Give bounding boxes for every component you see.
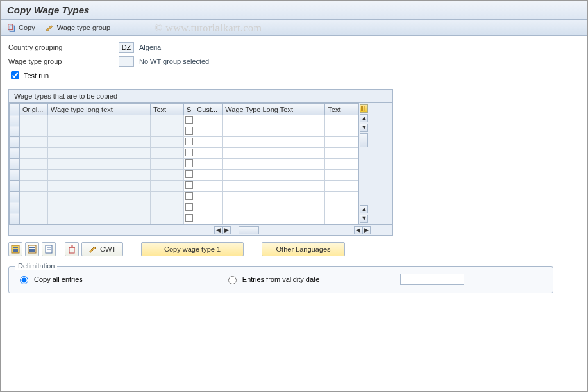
scroll-thumb[interactable] (360, 133, 368, 147)
configure-columns-icon[interactable] (360, 104, 368, 113)
cell-text-2[interactable] (325, 181, 358, 192)
scroll-right-icon-2[interactable]: ▶ (362, 226, 371, 234)
row-selector-header[interactable] (10, 104, 20, 115)
row-selector[interactable] (10, 126, 20, 137)
select-all-button[interactable] (8, 242, 22, 256)
cell-wt-long-2[interactable] (223, 159, 325, 170)
delete-button[interactable] (65, 242, 79, 256)
col-wt-long-text[interactable]: Wage type long text (48, 104, 151, 115)
cell-cust[interactable] (194, 137, 223, 148)
cell-s[interactable] (184, 181, 194, 192)
cell-text[interactable] (151, 126, 184, 137)
copy-all-entries-radio[interactable] (20, 276, 28, 284)
horizontal-scrollbar-left[interactable]: ◀ ▶ (214, 225, 259, 235)
cell-wt-long-2[interactable] (223, 170, 325, 181)
cell-text[interactable] (151, 213, 184, 224)
cell-text-2[interactable] (325, 192, 358, 202)
row-selector[interactable] (10, 170, 20, 181)
col-s[interactable]: S (184, 104, 194, 115)
scroll-down-bottom-icon[interactable]: ▼ (360, 215, 368, 223)
cell-cust[interactable] (194, 181, 223, 192)
cell-cust[interactable] (194, 202, 223, 213)
cell-s[interactable] (184, 202, 194, 213)
cell-cust[interactable] (194, 213, 223, 224)
cell-origi[interactable] (20, 170, 48, 181)
row-selector[interactable] (10, 115, 20, 126)
cell-text[interactable] (151, 148, 184, 159)
new-entries-button[interactable] (42, 242, 56, 256)
cell-wt-long[interactable] (48, 159, 151, 170)
scroll-up-icon[interactable]: ▲ (360, 114, 368, 122)
col-text[interactable]: Text (151, 104, 184, 115)
cell-text-2[interactable] (325, 115, 358, 126)
horizontal-scrollbar-right[interactable]: ◀ ▶ (354, 225, 371, 235)
cwt-button[interactable]: CWT (81, 242, 123, 256)
cell-wt-long-2[interactable] (223, 148, 325, 159)
cell-s[interactable] (184, 115, 194, 126)
cell-origi[interactable] (20, 202, 48, 213)
row-selector[interactable] (10, 181, 20, 192)
cell-origi[interactable] (20, 181, 48, 192)
table-row[interactable] (10, 213, 358, 224)
cell-text-2[interactable] (325, 148, 358, 159)
cell-wt-long-2[interactable] (223, 181, 325, 192)
cell-text[interactable] (151, 181, 184, 192)
other-languages-button[interactable]: Other Languages (262, 242, 345, 256)
wage-type-group-button[interactable]: Wage type group (46, 23, 110, 32)
cell-text[interactable] (151, 137, 184, 148)
cell-wt-long-2[interactable] (223, 126, 325, 137)
table-row[interactable] (10, 148, 358, 159)
cell-cust[interactable] (194, 192, 223, 202)
table-row[interactable] (10, 137, 358, 148)
cell-text-2[interactable] (325, 170, 358, 181)
cell-origi[interactable] (20, 126, 48, 137)
cell-s[interactable] (184, 170, 194, 181)
cell-origi[interactable] (20, 192, 48, 202)
cell-wt-long-2[interactable] (223, 192, 325, 202)
table-row[interactable] (10, 159, 358, 170)
cell-text[interactable] (151, 170, 184, 181)
cell-s[interactable] (184, 159, 194, 170)
cell-s[interactable] (184, 213, 194, 224)
cell-s[interactable] (184, 192, 194, 202)
cell-s[interactable] (184, 137, 194, 148)
cell-wt-long-2[interactable] (223, 202, 325, 213)
cell-origi[interactable] (20, 115, 48, 126)
table-row[interactable] (10, 181, 358, 192)
table-row[interactable] (10, 202, 358, 213)
cell-wt-long[interactable] (48, 181, 151, 192)
col-cust[interactable]: Cust... (194, 104, 223, 115)
col-text-2[interactable]: Text (325, 104, 358, 115)
row-selector[interactable] (10, 192, 20, 202)
cell-text[interactable] (151, 202, 184, 213)
cell-wt-long-2[interactable] (223, 137, 325, 148)
cell-s[interactable] (184, 148, 194, 159)
entries-from-date-radio[interactable] (228, 276, 237, 284)
vertical-scrollbar[interactable]: ▲ ▼ ▲ ▼ (358, 103, 369, 224)
table-row[interactable] (10, 170, 358, 181)
row-selector[interactable] (10, 148, 20, 159)
row-selector[interactable] (10, 159, 20, 170)
cell-text[interactable] (151, 159, 184, 170)
cell-origi[interactable] (20, 213, 48, 224)
test-run-checkbox[interactable] (11, 71, 19, 79)
cell-wt-long-2[interactable] (223, 115, 325, 126)
cell-wt-long[interactable] (48, 148, 151, 159)
cell-text[interactable] (151, 115, 184, 126)
cell-text-2[interactable] (325, 126, 358, 137)
cell-wt-long[interactable] (48, 137, 151, 148)
table-row[interactable] (10, 126, 358, 137)
cell-s[interactable] (184, 126, 194, 137)
table-row[interactable] (10, 192, 358, 202)
copy-button[interactable]: Copy (7, 23, 35, 32)
cell-origi[interactable] (20, 137, 48, 148)
cell-cust[interactable] (194, 148, 223, 159)
cell-wt-long[interactable] (48, 213, 151, 224)
copy-wage-type-1-button[interactable]: Copy wage type 1 (141, 242, 244, 256)
cell-cust[interactable] (194, 159, 223, 170)
country-grouping-input[interactable] (119, 42, 134, 53)
row-selector[interactable] (10, 202, 20, 213)
cell-cust[interactable] (194, 126, 223, 137)
scroll-left-icon[interactable]: ◀ (214, 226, 223, 234)
cell-wt-long[interactable] (48, 170, 151, 181)
